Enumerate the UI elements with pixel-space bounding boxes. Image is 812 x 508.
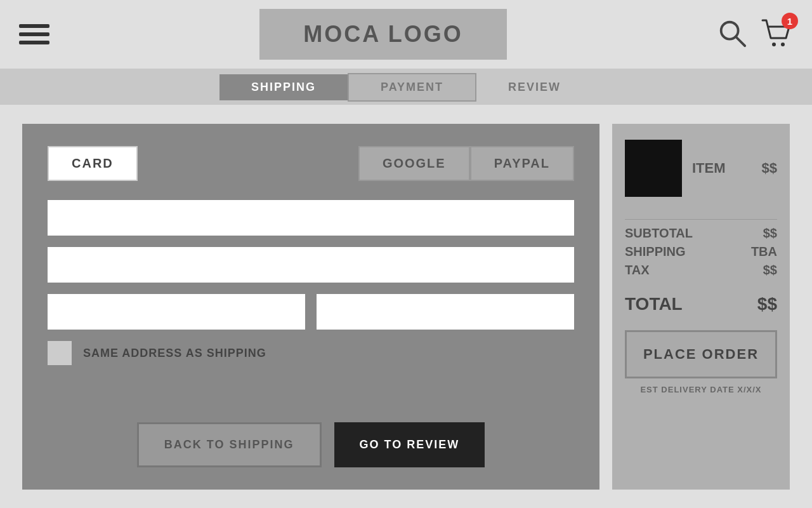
logo[interactable]: MOCA LOGO xyxy=(259,9,507,60)
cart-badge: 1 xyxy=(782,13,798,29)
step-payment[interactable]: PAYMENT xyxy=(348,73,476,102)
hamburger-line-1 xyxy=(19,24,49,28)
shipping-row: SHIPPING TBA xyxy=(625,244,777,259)
item-thumbnail xyxy=(625,140,682,197)
tax-value: $$ xyxy=(763,263,777,277)
hamburger-line-2 xyxy=(19,32,49,36)
back-to-shipping-button[interactable]: BACK TO SHIPPING xyxy=(137,422,322,467)
main-content: CARD GOOGLE PAYPAL SAME ADDRESS AS SHIPP… xyxy=(0,105,812,508)
subtotal-row: SUBTOTAL $$ xyxy=(625,226,777,241)
payment-methods: CARD GOOGLE PAYPAL xyxy=(48,146,574,181)
card-payment-button[interactable]: CARD xyxy=(48,146,138,181)
total-row: TOTAL $$ xyxy=(625,294,777,314)
tax-label: TAX xyxy=(625,263,650,277)
item-label: ITEM xyxy=(692,160,726,177)
place-order-button[interactable]: PLACE ORDER xyxy=(625,330,777,378)
header-actions: 1 xyxy=(717,17,793,52)
bottom-nav: BACK TO SHIPPING GO TO REVIEW xyxy=(48,422,574,467)
card-number-group xyxy=(48,200,574,236)
svg-line-1 xyxy=(736,37,745,46)
shipping-value: TBA xyxy=(751,244,777,259)
header: MOCA LOGO 1 xyxy=(0,0,812,70)
name-input[interactable] xyxy=(48,247,574,283)
logo-text: MOCA LOGO xyxy=(303,21,463,48)
divider-1 xyxy=(625,219,777,220)
name-group xyxy=(48,247,574,283)
tax-row: TAX $$ xyxy=(625,263,777,277)
same-address-row: SAME ADDRESS AS SHIPPING xyxy=(48,341,574,365)
go-to-review-button[interactable]: GO TO REVIEW xyxy=(334,422,485,467)
paypal-payment-button[interactable]: PAYPAL xyxy=(470,146,574,181)
order-summary-panel: ITEM $$ SUBTOTAL $$ SHIPPING TBA TAX $$ … xyxy=(612,124,790,490)
step-shipping[interactable]: SHIPPING xyxy=(219,74,348,100)
search-icon[interactable] xyxy=(717,18,747,51)
total-label: TOTAL xyxy=(625,294,683,314)
svg-point-2 xyxy=(772,43,776,46)
expiry-cvv-row xyxy=(48,294,574,330)
same-address-label: SAME ADDRESS AS SHIPPING xyxy=(83,347,266,360)
order-item-row: ITEM $$ xyxy=(625,140,777,197)
total-value: $$ xyxy=(757,294,777,314)
payment-panel: CARD GOOGLE PAYPAL SAME ADDRESS AS SHIPP… xyxy=(22,124,599,490)
item-price: $$ xyxy=(762,160,777,177)
checkout-steps: SHIPPING PAYMENT REVIEW xyxy=(0,70,812,105)
subtotal-label: SUBTOTAL xyxy=(625,226,693,241)
cvv-input[interactable] xyxy=(317,294,574,330)
alt-payment-methods: GOOGLE PAYPAL xyxy=(358,146,574,181)
card-number-input[interactable] xyxy=(48,200,574,236)
shipping-label: SHIPPING xyxy=(625,244,686,259)
cart-wrapper[interactable]: 1 xyxy=(760,17,793,52)
delivery-date-text: EST DELIVERY DATE X/X/X xyxy=(625,385,777,394)
expiry-input[interactable] xyxy=(48,294,305,330)
svg-point-3 xyxy=(781,43,785,46)
step-review[interactable]: REVIEW xyxy=(476,74,593,100)
same-address-checkbox[interactable] xyxy=(48,341,72,365)
hamburger-line-3 xyxy=(19,41,49,44)
google-payment-button[interactable]: GOOGLE xyxy=(358,146,470,181)
hamburger-menu-icon[interactable] xyxy=(19,24,49,44)
subtotal-value: $$ xyxy=(763,226,777,241)
